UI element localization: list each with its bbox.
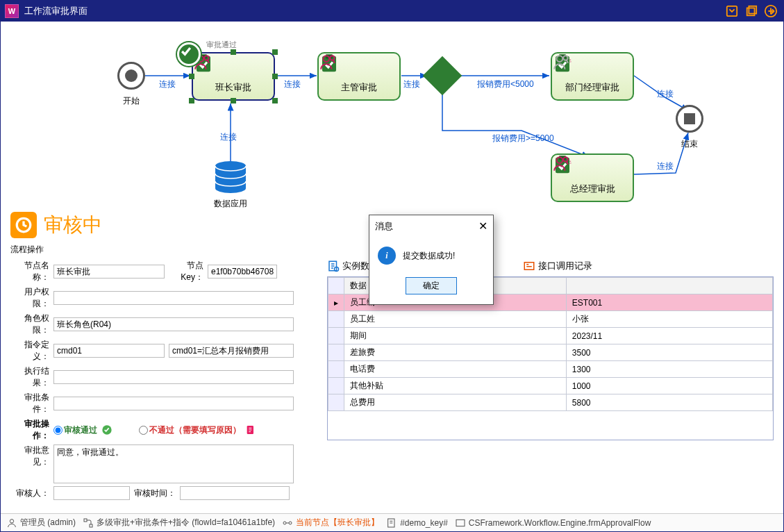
lbl-reviewer: 审核人： <box>10 488 49 499</box>
svg-point-19 <box>563 157 568 162</box>
svg-rect-28 <box>84 519 87 522</box>
input-cmd2[interactable] <box>169 344 294 358</box>
app-logo: W <box>5 4 19 18</box>
lbl-node-key: 节点Key： <box>169 260 203 283</box>
textarea-opinion[interactable] <box>53 444 294 483</box>
task-node-gm[interactable]: 条件 总经理审批 <box>551 153 634 202</box>
status-current-node: 当前节点【班长审批】 <box>282 517 379 529</box>
radio-pass[interactable]: 审核通过 <box>53 424 97 436</box>
clock-icon <box>10 212 37 238</box>
minimize-to-tray-icon[interactable] <box>724 3 740 19</box>
status-bar: 管理员 (admin) 多级审批+审批条件+指令 (flowId=fa10461… <box>1 513 783 531</box>
info-icon: i <box>378 247 396 265</box>
svg-point-27 <box>10 519 13 522</box>
lbl-user-perm: 用户权限： <box>10 286 49 310</box>
table-cell[interactable]: 差旅费 <box>344 344 567 361</box>
radio-reject[interactable]: 不通过（需要填写原因） <box>139 424 241 436</box>
task-node-dept-manager[interactable]: 条件 部门经理审批 <box>551 52 634 101</box>
edge-label: 连接 <box>657 88 674 100</box>
titlebar: W 工作流审批界面 <box>1 1 783 22</box>
edge-label: 连接 <box>220 131 237 143</box>
table-cell[interactable]: 1300 <box>566 361 772 378</box>
check-circle-icon <box>101 424 112 435</box>
svg-point-18 <box>557 157 563 163</box>
dialog-close-icon[interactable]: ✕ <box>478 219 487 233</box>
table-cell[interactable]: 1000 <box>566 378 772 394</box>
status-text: 审核中 <box>44 212 102 238</box>
message-dialog: 消息✕ i 提交数据成功! 确定 <box>369 215 494 305</box>
start-node[interactable] <box>117 62 145 90</box>
table-cell[interactable]: 2023/11 <box>566 328 772 344</box>
lbl-review-time: 审核时间： <box>134 488 176 499</box>
task-label: 主管审批 <box>323 81 395 94</box>
table-cell[interactable]: 员工姓 <box>344 311 567 328</box>
col-header <box>566 278 772 294</box>
workflow-diagram[interactable]: 开始 班长审批 审批通过 主管审批 条件 部门经理审批 条件 <box>1 22 783 209</box>
lbl-approve-op: 审批操作： <box>10 418 49 442</box>
edge-label: 报销费用<5000 <box>477 78 534 90</box>
input-node-name[interactable] <box>53 265 165 279</box>
db-label: 数据应用 <box>214 198 247 210</box>
svg-rect-29 <box>90 524 92 527</box>
task-label: 班长审批 <box>197 81 269 94</box>
svg-rect-33 <box>456 519 465 526</box>
svg-rect-2 <box>749 6 756 14</box>
task-node-supervisor[interactable]: 主管审批 <box>317 52 401 101</box>
approved-check-icon <box>177 42 201 66</box>
window-title: 工作流审批界面 <box>24 5 87 17</box>
input-approve-cond[interactable] <box>53 397 294 410</box>
svg-point-14 <box>557 56 563 62</box>
edge-label: 报销费用>=5000 <box>492 133 554 144</box>
svg-rect-1 <box>747 8 755 16</box>
tab-api-log[interactable]: 接口调用记录 <box>523 260 592 272</box>
note-icon[interactable] <box>245 424 256 435</box>
task-node-leader[interactable]: 班长审批 <box>192 52 275 101</box>
input-user-perm[interactable] <box>53 291 294 305</box>
status-namespace: CSFramework.Workflow.Engine.frmApprovalF… <box>455 517 651 529</box>
start-label: 开始 <box>123 95 140 107</box>
table-cell[interactable]: 3500 <box>566 344 772 361</box>
task-label: 部门经理审批 <box>556 81 628 94</box>
form-panel: 节点名称： 节点Key： 用户权限： 角色权限： 指令定义： 执行结果： 审批条… <box>10 257 316 503</box>
input-cmd1[interactable] <box>53 344 165 358</box>
edge-label: 连接 <box>657 160 674 172</box>
lbl-approve-cond: 审批条件： <box>10 392 49 415</box>
table-cell[interactable]: 电话费 <box>344 361 567 378</box>
lbl-role-perm: 角色权限： <box>10 313 49 336</box>
input-reviewer[interactable] <box>53 486 130 500</box>
task-label: 总经理审批 <box>556 183 628 195</box>
end-node[interactable] <box>676 105 703 133</box>
table-cell[interactable]: 期间 <box>344 328 567 344</box>
input-review-time[interactable] <box>180 486 290 500</box>
lbl-opinion: 审批意见： <box>10 444 49 468</box>
edge-label: 连接 <box>159 78 176 90</box>
dialog-message: 提交数据成功! <box>403 250 455 262</box>
table-cell[interactable]: 5800 <box>566 394 772 411</box>
table-cell[interactable]: 小张 <box>566 311 772 328</box>
status-demo-key: #demo_key# <box>386 517 448 529</box>
status-user: 管理员 (admin) <box>6 517 76 529</box>
svg-point-10 <box>324 56 330 62</box>
input-role-perm[interactable] <box>53 317 294 331</box>
edge-label: 连接 <box>403 78 420 90</box>
table-cell[interactable]: 其他补贴 <box>344 378 567 394</box>
dialog-ok-button[interactable]: 确定 <box>406 277 457 294</box>
status-flow: 多级审批+审批条件+指令 (flowId=fa10461a1bfe) <box>83 517 275 529</box>
table-cell[interactable]: EST001 <box>566 294 772 311</box>
input-exec-result[interactable] <box>53 370 294 384</box>
end-label: 结束 <box>681 138 698 150</box>
approved-tag: 审批通过 <box>206 40 237 50</box>
maximize-icon[interactable] <box>743 3 760 19</box>
edge-label: 连接 <box>284 78 301 90</box>
lbl-exec-result: 执行结果： <box>10 365 49 389</box>
svg-point-30 <box>283 522 286 524</box>
close-icon[interactable] <box>762 3 779 19</box>
table-cell[interactable]: 总费用 <box>344 394 567 411</box>
dialog-title: 消息 <box>375 220 393 233</box>
lbl-node-name: 节点名称： <box>10 260 49 283</box>
input-node-key[interactable] <box>208 265 277 279</box>
svg-point-31 <box>289 522 292 524</box>
lbl-cmd-def: 指令定义： <box>10 339 49 363</box>
